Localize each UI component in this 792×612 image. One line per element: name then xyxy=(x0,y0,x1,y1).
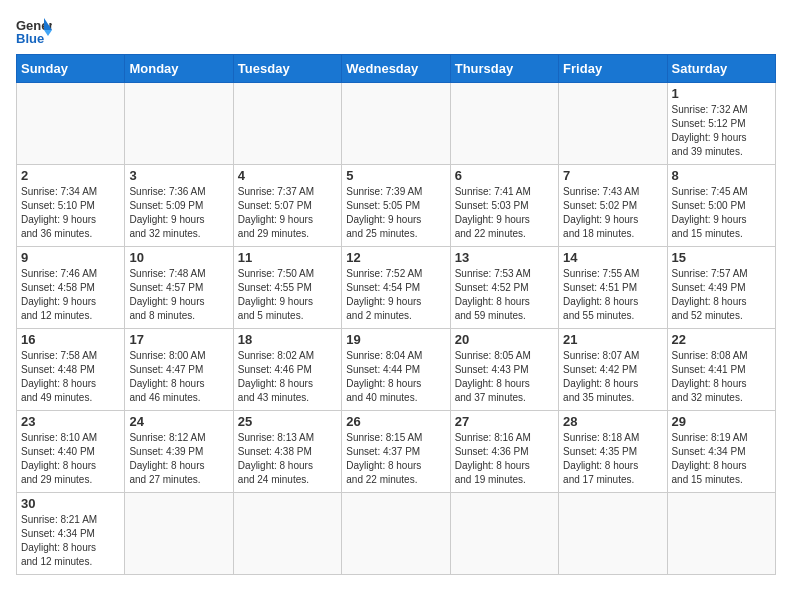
calendar-cell: 26Sunrise: 8:15 AM Sunset: 4:37 PM Dayli… xyxy=(342,411,450,493)
calendar-cell: 13Sunrise: 7:53 AM Sunset: 4:52 PM Dayli… xyxy=(450,247,558,329)
calendar-cell: 18Sunrise: 8:02 AM Sunset: 4:46 PM Dayli… xyxy=(233,329,341,411)
day-info: Sunrise: 7:57 AM Sunset: 4:49 PM Dayligh… xyxy=(672,267,771,323)
day-of-week-monday: Monday xyxy=(125,55,233,83)
day-number: 25 xyxy=(238,414,337,429)
day-info: Sunrise: 7:43 AM Sunset: 5:02 PM Dayligh… xyxy=(563,185,662,241)
day-number: 15 xyxy=(672,250,771,265)
day-number: 23 xyxy=(21,414,120,429)
day-info: Sunrise: 8:08 AM Sunset: 4:41 PM Dayligh… xyxy=(672,349,771,405)
day-info: Sunrise: 7:58 AM Sunset: 4:48 PM Dayligh… xyxy=(21,349,120,405)
week-row-3: 9Sunrise: 7:46 AM Sunset: 4:58 PM Daylig… xyxy=(17,247,776,329)
day-info: Sunrise: 8:05 AM Sunset: 4:43 PM Dayligh… xyxy=(455,349,554,405)
day-info: Sunrise: 7:46 AM Sunset: 4:58 PM Dayligh… xyxy=(21,267,120,323)
day-number: 19 xyxy=(346,332,445,347)
day-number: 7 xyxy=(563,168,662,183)
day-info: Sunrise: 8:04 AM Sunset: 4:44 PM Dayligh… xyxy=(346,349,445,405)
day-info: Sunrise: 8:21 AM Sunset: 4:34 PM Dayligh… xyxy=(21,513,120,569)
day-number: 12 xyxy=(346,250,445,265)
day-info: Sunrise: 7:45 AM Sunset: 5:00 PM Dayligh… xyxy=(672,185,771,241)
day-number: 11 xyxy=(238,250,337,265)
day-of-week-thursday: Thursday xyxy=(450,55,558,83)
day-number: 22 xyxy=(672,332,771,347)
day-of-week-friday: Friday xyxy=(559,55,667,83)
calendar-cell: 24Sunrise: 8:12 AM Sunset: 4:39 PM Dayli… xyxy=(125,411,233,493)
day-info: Sunrise: 8:16 AM Sunset: 4:36 PM Dayligh… xyxy=(455,431,554,487)
page-header: General Blue xyxy=(16,16,776,46)
logo: General Blue xyxy=(16,16,52,46)
calendar-cell: 4Sunrise: 7:37 AM Sunset: 5:07 PM Daylig… xyxy=(233,165,341,247)
calendar-cell: 22Sunrise: 8:08 AM Sunset: 4:41 PM Dayli… xyxy=(667,329,775,411)
day-of-week-sunday: Sunday xyxy=(17,55,125,83)
day-of-week-tuesday: Tuesday xyxy=(233,55,341,83)
day-number: 28 xyxy=(563,414,662,429)
day-info: Sunrise: 8:00 AM Sunset: 4:47 PM Dayligh… xyxy=(129,349,228,405)
calendar-cell: 17Sunrise: 8:00 AM Sunset: 4:47 PM Dayli… xyxy=(125,329,233,411)
day-info: Sunrise: 7:55 AM Sunset: 4:51 PM Dayligh… xyxy=(563,267,662,323)
day-info: Sunrise: 7:36 AM Sunset: 5:09 PM Dayligh… xyxy=(129,185,228,241)
calendar-cell xyxy=(125,83,233,165)
calendar-cell: 6Sunrise: 7:41 AM Sunset: 5:03 PM Daylig… xyxy=(450,165,558,247)
day-info: Sunrise: 8:15 AM Sunset: 4:37 PM Dayligh… xyxy=(346,431,445,487)
day-number: 24 xyxy=(129,414,228,429)
day-info: Sunrise: 8:19 AM Sunset: 4:34 PM Dayligh… xyxy=(672,431,771,487)
day-of-week-wednesday: Wednesday xyxy=(342,55,450,83)
day-number: 5 xyxy=(346,168,445,183)
calendar-cell xyxy=(450,83,558,165)
calendar-cell xyxy=(125,493,233,575)
day-number: 20 xyxy=(455,332,554,347)
week-row-1: 1Sunrise: 7:32 AM Sunset: 5:12 PM Daylig… xyxy=(17,83,776,165)
week-row-5: 23Sunrise: 8:10 AM Sunset: 4:40 PM Dayli… xyxy=(17,411,776,493)
day-info: Sunrise: 8:18 AM Sunset: 4:35 PM Dayligh… xyxy=(563,431,662,487)
calendar-cell: 3Sunrise: 7:36 AM Sunset: 5:09 PM Daylig… xyxy=(125,165,233,247)
calendar-cell: 29Sunrise: 8:19 AM Sunset: 4:34 PM Dayli… xyxy=(667,411,775,493)
day-info: Sunrise: 7:34 AM Sunset: 5:10 PM Dayligh… xyxy=(21,185,120,241)
logo-icon: General Blue xyxy=(16,16,52,46)
calendar-cell: 5Sunrise: 7:39 AM Sunset: 5:05 PM Daylig… xyxy=(342,165,450,247)
calendar-cell: 7Sunrise: 7:43 AM Sunset: 5:02 PM Daylig… xyxy=(559,165,667,247)
day-number: 10 xyxy=(129,250,228,265)
calendar-cell xyxy=(559,83,667,165)
calendar-cell xyxy=(233,493,341,575)
day-info: Sunrise: 7:37 AM Sunset: 5:07 PM Dayligh… xyxy=(238,185,337,241)
day-number: 30 xyxy=(21,496,120,511)
day-number: 27 xyxy=(455,414,554,429)
day-number: 21 xyxy=(563,332,662,347)
week-row-4: 16Sunrise: 7:58 AM Sunset: 4:48 PM Dayli… xyxy=(17,329,776,411)
day-of-week-saturday: Saturday xyxy=(667,55,775,83)
day-info: Sunrise: 8:02 AM Sunset: 4:46 PM Dayligh… xyxy=(238,349,337,405)
calendar-cell: 8Sunrise: 7:45 AM Sunset: 5:00 PM Daylig… xyxy=(667,165,775,247)
day-info: Sunrise: 8:07 AM Sunset: 4:42 PM Dayligh… xyxy=(563,349,662,405)
calendar-header-row: SundayMondayTuesdayWednesdayThursdayFrid… xyxy=(17,55,776,83)
calendar-cell xyxy=(17,83,125,165)
week-row-6: 30Sunrise: 8:21 AM Sunset: 4:34 PM Dayli… xyxy=(17,493,776,575)
calendar-cell xyxy=(559,493,667,575)
calendar-cell: 23Sunrise: 8:10 AM Sunset: 4:40 PM Dayli… xyxy=(17,411,125,493)
day-number: 9 xyxy=(21,250,120,265)
calendar-cell: 2Sunrise: 7:34 AM Sunset: 5:10 PM Daylig… xyxy=(17,165,125,247)
day-number: 26 xyxy=(346,414,445,429)
day-number: 6 xyxy=(455,168,554,183)
day-info: Sunrise: 8:10 AM Sunset: 4:40 PM Dayligh… xyxy=(21,431,120,487)
day-number: 1 xyxy=(672,86,771,101)
calendar-cell: 15Sunrise: 7:57 AM Sunset: 4:49 PM Dayli… xyxy=(667,247,775,329)
calendar-cell xyxy=(342,493,450,575)
day-info: Sunrise: 7:39 AM Sunset: 5:05 PM Dayligh… xyxy=(346,185,445,241)
calendar-cell xyxy=(233,83,341,165)
day-info: Sunrise: 8:13 AM Sunset: 4:38 PM Dayligh… xyxy=(238,431,337,487)
day-number: 2 xyxy=(21,168,120,183)
day-number: 14 xyxy=(563,250,662,265)
day-number: 18 xyxy=(238,332,337,347)
svg-text:Blue: Blue xyxy=(16,31,44,46)
calendar-cell: 25Sunrise: 8:13 AM Sunset: 4:38 PM Dayli… xyxy=(233,411,341,493)
calendar-cell: 27Sunrise: 8:16 AM Sunset: 4:36 PM Dayli… xyxy=(450,411,558,493)
calendar-cell: 11Sunrise: 7:50 AM Sunset: 4:55 PM Dayli… xyxy=(233,247,341,329)
calendar-table: SundayMondayTuesdayWednesdayThursdayFrid… xyxy=(16,54,776,575)
day-info: Sunrise: 7:41 AM Sunset: 5:03 PM Dayligh… xyxy=(455,185,554,241)
day-info: Sunrise: 7:52 AM Sunset: 4:54 PM Dayligh… xyxy=(346,267,445,323)
calendar-cell: 1Sunrise: 7:32 AM Sunset: 5:12 PM Daylig… xyxy=(667,83,775,165)
day-number: 8 xyxy=(672,168,771,183)
day-info: Sunrise: 7:53 AM Sunset: 4:52 PM Dayligh… xyxy=(455,267,554,323)
day-number: 29 xyxy=(672,414,771,429)
calendar-cell: 16Sunrise: 7:58 AM Sunset: 4:48 PM Dayli… xyxy=(17,329,125,411)
calendar-cell: 30Sunrise: 8:21 AM Sunset: 4:34 PM Dayli… xyxy=(17,493,125,575)
